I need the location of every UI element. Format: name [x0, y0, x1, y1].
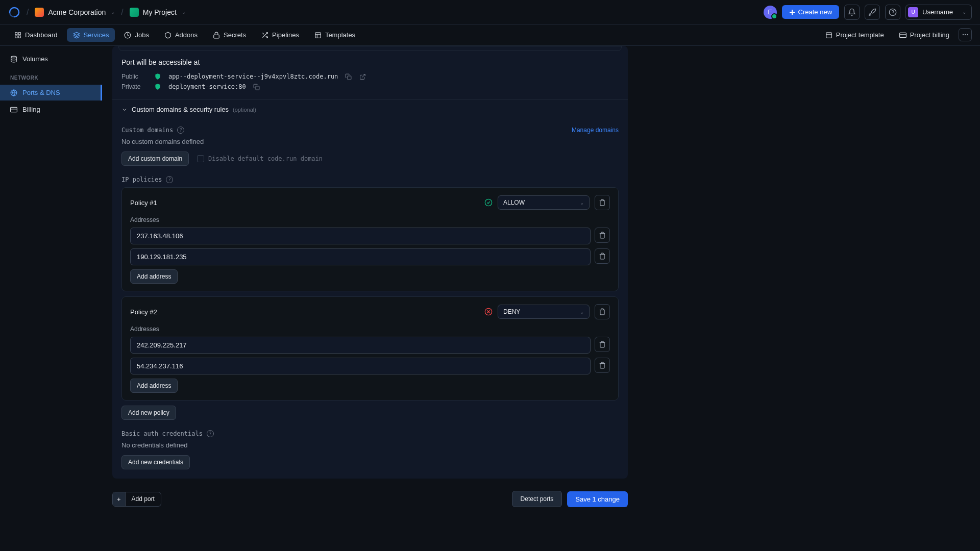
svg-rect-16 [899, 33, 906, 37]
more-button[interactable] [959, 28, 972, 41]
external-link-icon[interactable] [359, 73, 366, 80]
user-badge: U [908, 7, 918, 17]
template-icon [825, 32, 832, 39]
delete-address-button[interactable] [595, 337, 610, 352]
tab-jobs[interactable]: Jobs [118, 28, 155, 42]
add-custom-domain-button[interactable]: Add custom domain [121, 152, 189, 166]
svg-rect-27 [256, 86, 259, 89]
trash-icon [599, 199, 606, 206]
avatar[interactable]: E [764, 6, 777, 19]
project-crumb[interactable]: My Project ⌄ [130, 8, 186, 17]
help-icon[interactable]: ? [166, 176, 173, 183]
trash-icon [599, 362, 606, 369]
delete-policy-button[interactable] [595, 195, 610, 210]
project-name: My Project [143, 8, 177, 16]
svg-marker-5 [74, 32, 80, 35]
tab-project-billing[interactable]: Project billing [893, 28, 955, 42]
sidebar-header-network: NETWORK [0, 68, 102, 84]
policy-action-select[interactable]: DENY ⌄ [498, 305, 590, 319]
bell-button[interactable] [844, 5, 860, 20]
tab-secrets[interactable]: Secrets [207, 28, 252, 42]
no-credentials-text: No credentials defined [121, 441, 619, 449]
addresses-label: Addresses [130, 216, 610, 223]
sidebar-item-volumes[interactable]: Volumes [0, 51, 102, 67]
save-button[interactable]: Save 1 change [567, 491, 628, 507]
check-circle-icon [484, 198, 493, 207]
chevron-down-icon [121, 107, 128, 113]
tab-pipelines[interactable]: Pipelines [255, 28, 305, 42]
logo[interactable] [8, 6, 20, 18]
create-new-button[interactable]: Create new [782, 5, 839, 19]
delete-address-button[interactable] [595, 228, 610, 243]
chevron-down-icon: ⌄ [182, 9, 186, 15]
project-icon [130, 8, 139, 17]
custom-domains-label: Custom domains ? Manage domains [121, 127, 619, 134]
breadcrumb-sep: / [121, 8, 123, 17]
bell-icon [848, 8, 856, 16]
trash-icon [599, 341, 606, 348]
address-input[interactable] [130, 337, 591, 354]
svg-rect-11 [315, 32, 321, 38]
svg-point-28 [485, 199, 492, 206]
address-input[interactable] [130, 228, 591, 244]
billing-icon [899, 32, 906, 39]
user-menu-button[interactable]: U Username ⌄ [905, 5, 972, 20]
address-input[interactable] [130, 248, 591, 265]
delete-address-button[interactable] [595, 248, 610, 264]
private-url: deployment-service:80 [168, 83, 246, 90]
shield-icon [154, 83, 161, 90]
shield-icon [154, 73, 161, 80]
sidebar-item-ports-dns[interactable]: Ports & DNS [0, 85, 102, 101]
policy-card: Policy #2 DENY ⌄ Addresses [121, 296, 619, 400]
rocket-button[interactable] [865, 5, 880, 20]
policy-action-select[interactable]: ALLOW ⌄ [498, 195, 590, 210]
svg-rect-4 [15, 36, 17, 38]
address-input[interactable] [130, 358, 591, 374]
svg-point-20 [967, 34, 968, 35]
add-credentials-button[interactable]: Add new credentials [121, 455, 190, 469]
tab-project-template[interactable]: Project template [819, 28, 890, 42]
policy-title: Policy #1 [130, 199, 157, 207]
disable-default-checkbox[interactable]: Disable default code.run domain [197, 155, 323, 162]
tab-services[interactable]: Services [67, 28, 115, 42]
svg-rect-24 [11, 107, 17, 112]
help-button[interactable] [885, 5, 900, 20]
globe-icon [10, 89, 17, 96]
delete-policy-button[interactable] [595, 304, 610, 319]
policy-title: Policy #2 [130, 308, 157, 316]
add-port-button[interactable]: + Add port [112, 492, 161, 507]
help-icon[interactable]: ? [177, 127, 184, 134]
add-policy-button[interactable]: Add new policy [121, 406, 176, 420]
detect-ports-button[interactable]: Detect ports [512, 491, 562, 507]
org-name: Acme Corporation [48, 8, 106, 16]
policy-card: Policy #1 ALLOW ⌄ Addresses [121, 187, 619, 291]
delete-address-button[interactable] [595, 358, 610, 373]
grid-icon [14, 32, 21, 39]
copy-icon[interactable] [253, 83, 260, 90]
tab-addons[interactable]: Addons [158, 28, 204, 42]
tab-dashboard[interactable]: Dashboard [8, 28, 64, 42]
basic-auth-label: Basic auth credentials ? [121, 430, 619, 437]
add-address-button[interactable]: Add address [130, 269, 178, 284]
checkbox-icon [197, 155, 204, 162]
plus-icon: + [113, 492, 126, 506]
sidebar: Volumes NETWORK Ports & DNS Billing [0, 46, 102, 551]
public-url: app--deployment-service--j9v4xpvl8ztc.co… [168, 73, 338, 80]
sidebar-item-billing[interactable]: Billing [0, 102, 102, 117]
port-section-title: Port will be accessible at [121, 58, 619, 66]
main-content: Port will be accessible at Public app--d… [102, 46, 638, 551]
help-icon[interactable]: ? [207, 430, 214, 437]
disk-icon [10, 56, 17, 63]
x-circle-icon [484, 308, 493, 316]
help-icon [889, 8, 897, 16]
tab-templates[interactable]: Templates [308, 28, 361, 42]
copy-icon[interactable] [345, 73, 352, 80]
add-address-button[interactable]: Add address [130, 379, 178, 393]
addons-icon [164, 32, 172, 39]
lock-icon [213, 32, 220, 39]
stack-icon [73, 32, 80, 39]
manage-domains-link[interactable]: Manage domains [572, 127, 619, 134]
custom-domains-header[interactable]: Custom domains & security rules (optiona… [112, 99, 628, 119]
bottom-bar: + Add port Detect ports Save 1 change [112, 484, 628, 510]
org-crumb[interactable]: Acme Corporation ⌄ [35, 8, 115, 17]
